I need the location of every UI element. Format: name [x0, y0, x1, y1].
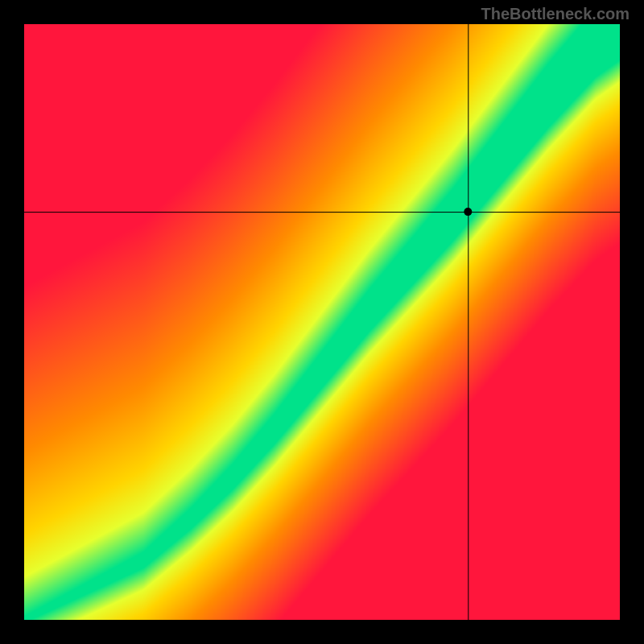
chart-container: TheBottleneck.com: [0, 0, 644, 644]
bottleneck-heatmap: [24, 24, 620, 620]
watermark-text: TheBottleneck.com: [481, 5, 630, 23]
